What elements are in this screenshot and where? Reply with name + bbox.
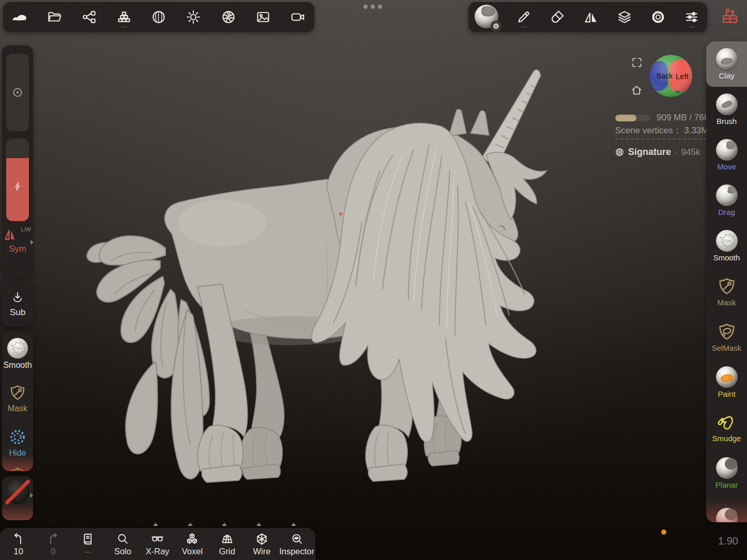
symmetry-toggle[interactable]: L/W Sym [2,227,33,254]
more-options-dots: … [514,21,533,29]
symmetry-icon[interactable] [582,8,600,26]
xray-caret-icon[interactable] [153,523,158,526]
signature-separator: · [675,147,678,158]
history-book-icon [81,532,95,546]
tool-smooth[interactable]: Smooth [2,332,33,376]
brush-item-brush[interactable]: Brush [706,87,747,132]
top-right-toolbar: … [468,2,707,32]
camera-video-icon[interactable] [288,8,307,26]
brush-panel: Clay Brush Move Drag Smooth [706,41,747,522]
zoom-level-label: 1.90 [718,535,738,547]
inspector-eye-icon [290,532,304,546]
scroll-indicator-dot [661,530,666,535]
multitask-handle[interactable] [363,5,382,9]
tool-smooth-label: Smooth [3,361,32,370]
matcap-panel[interactable] [2,476,33,520]
matcap-expand-caret[interactable] [30,493,33,498]
inspector-toggle[interactable]: Inspector [279,531,314,560]
topology-sphere-icon[interactable] [149,8,168,26]
signature-row[interactable]: Signature · 945k [615,147,700,158]
toolbox-icon[interactable] [720,5,740,28]
layers-icon[interactable] [615,8,634,26]
background-image-icon[interactable] [254,8,272,26]
settings-gear-icon[interactable] [649,8,667,26]
brush-item-drag[interactable]: Drag [706,178,747,223]
scene-vertices: Scene vertices： 3.33M [615,125,708,136]
geodesic-sphere-icon [615,147,624,157]
voxel-caret-icon[interactable] [188,523,193,526]
xray-toggle[interactable]: X-Ray [140,531,175,560]
voxel-toggle[interactable]: Voxel [175,531,209,560]
redo-button[interactable]: 0 [36,531,70,560]
history-button[interactable]: … [71,531,105,560]
brush-item-paint[interactable]: Paint [706,360,747,405]
brush-label: Smudge [712,434,741,443]
stroke-pencil-icon[interactable]: … [514,8,533,26]
tool-hide-label: Hide [9,448,26,458]
brush-label: Clay [719,71,734,80]
brush-label: Drag [718,208,735,216]
lighting-sun-icon[interactable] [184,8,203,26]
tool-mask[interactable]: Mask [2,376,33,421]
interface-sliders-icon[interactable]: … [682,8,701,26]
signature-count: 945k [681,147,700,158]
clay-sphere-icon [716,48,738,70]
transform-gizmo-icon[interactable] [2,462,33,471]
radius-dot-icon [11,86,24,99]
painting-brush-icon[interactable] [548,8,567,26]
shield-brush-icon [716,276,737,297]
wire-label: Wire [253,547,271,556]
stroke-settings-panel: L/W Sym [2,45,33,276]
wire-caret-icon[interactable] [256,523,262,526]
wire-toggle[interactable]: Wire [245,531,279,560]
intensity-slider[interactable] [6,138,29,221]
sub-label: Sub [10,307,25,318]
material-gear-badge[interactable] [491,21,501,32]
postprocess-aperture-icon[interactable] [219,8,238,26]
symmetry-triangles-icon [2,227,19,242]
sym-expand-caret[interactable] [31,240,34,245]
solo-toggle[interactable]: Solo [105,531,140,560]
shield-brush-icon [8,383,27,402]
solo-label: Solo [114,547,131,556]
nomad-logo-icon[interactable] [10,8,29,26]
navigation-sphere[interactable]: Back Left [649,54,693,98]
more-options-dots: … [115,21,133,29]
grid-caret-icon[interactable] [222,523,227,526]
xray-label: X-Ray [146,547,170,556]
redo-arrow-icon [46,532,60,546]
tool-hide[interactable]: Hide [2,421,33,465]
rough-sphere-icon [7,338,28,359]
grid-toggle[interactable]: Grid [210,531,245,560]
radius-slider[interactable] [6,54,29,131]
brush-item-move[interactable]: Move [706,132,747,178]
brush-item-planar[interactable]: Planar [706,450,747,496]
inspector-caret-icon[interactable] [291,523,296,526]
brush-item-partial[interactable] [706,496,747,522]
brush-item-smudge[interactable]: Smudge [706,405,747,450]
bottom-toolbar: 10 0 … Solo [0,528,315,560]
brush-item-clay[interactable]: Clay [706,41,747,87]
sub-tool-panel[interactable]: Sub [2,282,33,326]
sym-label: Sym [2,244,33,254]
brush-item-selmask[interactable]: SelMask [706,314,747,360]
multires-pyramid-icon[interactable]: … [115,8,133,26]
home-icon[interactable] [630,84,643,96]
grid-label: Grid [219,547,235,556]
brush-item-smooth[interactable]: Smooth [706,223,747,269]
sub-arrow-icon [11,291,24,304]
quick-tools-panel: Smooth Mask Hide [2,332,33,471]
scene-graph-icon[interactable] [80,8,99,26]
redo-count: 0 [51,547,55,556]
files-icon[interactable] [45,8,64,26]
flatten-sphere-icon [716,508,738,522]
planar-sphere-icon [716,457,738,479]
grid-plane-icon [220,532,234,546]
intensity-slider-fill [6,158,29,221]
brush-item-mask[interactable]: Mask [706,269,747,314]
brush-sphere-icon [716,94,738,115]
sym-corner-label: L/W [21,226,31,232]
undo-button[interactable]: 10 [1,531,36,560]
fullscreen-icon[interactable] [631,57,643,68]
material-sphere-button[interactable] [475,5,499,29]
